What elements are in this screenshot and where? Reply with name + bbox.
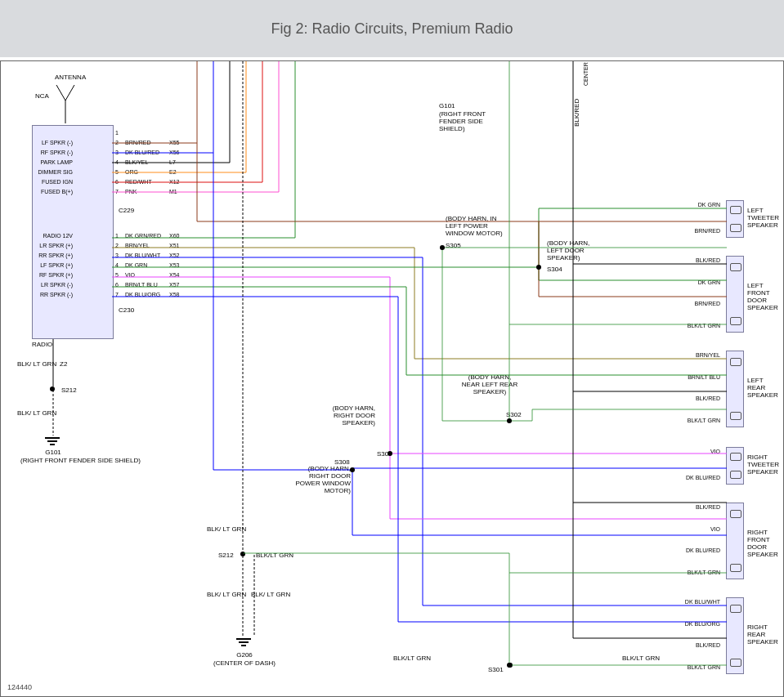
c229-wire-3: BLK/YEL (125, 159, 148, 165)
speaker-4-wire-3: BLK/LT GRN (671, 570, 720, 575)
c229-num-4: 5 (115, 169, 119, 175)
g206-label: G206 (222, 651, 267, 659)
gnd-wire-5: BLK/ LT GRN (251, 591, 280, 598)
c230-wire-6: DK BLU/ORG (125, 292, 160, 297)
c229-route-4: E2 (169, 169, 177, 175)
antenna-label: ANTENNA (55, 74, 86, 81)
s308-label: S308 (334, 458, 350, 466)
gnd-wire-2: BLK/ LT GRN (17, 409, 42, 417)
c230-sig-2: RR SPKR (+) (34, 252, 73, 258)
speaker-1-icon (726, 256, 744, 333)
speaker-0-name: LEFT TWEETER SPEAKER (747, 207, 780, 229)
c230-route-6: X58 (169, 292, 179, 297)
splice-s212b-dot (240, 552, 245, 556)
blk-ltgrn-h3: BLK/LT GRN (622, 655, 660, 662)
c229-num-6: 7 (115, 189, 119, 194)
c230-wire-4: VIO (125, 272, 135, 278)
s305-desc: (BODY HARN, IN LEFT POWER WINDOW MOTOR) (446, 215, 511, 237)
speaker-4-wire-1: VIO (671, 526, 720, 532)
g206-desc: (CENTER OF DASH) (213, 659, 276, 667)
c230-num-6: 7 (115, 292, 119, 297)
gnd-wire-1: BLK/ LT GRN (17, 360, 42, 368)
c230-route-3: X53 (169, 262, 179, 268)
c229-wire-4: ORG (125, 169, 138, 175)
speaker-5-name: RIGHT REAR SPEAKER (747, 623, 780, 646)
speaker-1-wire-3: BLK/LT GRN (671, 323, 720, 328)
speaker-3-name: RIGHT TWEETER SPEAKER (747, 453, 780, 476)
speaker-0-wire-1: BRN/RED (671, 228, 720, 234)
speaker-4-icon (726, 503, 744, 579)
speaker-1-wire-1: DK GRN (671, 279, 720, 285)
speaker-2-wire-0: BRN/YEL (671, 352, 720, 358)
speaker-4-wire-2: DK BLU/RED (671, 547, 720, 553)
gnd-route: Z2 (60, 360, 67, 368)
s302-desc: (BODY HARN, NEAR LEFT REAR SPEAKER) (460, 373, 519, 395)
splice-s212b: S212 (218, 552, 234, 559)
c230-route-4: X54 (169, 272, 179, 278)
speaker-0-wire-0: DK GRN (671, 202, 720, 208)
c229-route-1: X55 (169, 140, 179, 145)
c229-route-3: L7 (169, 159, 176, 165)
g101-bot-desc: (RIGHT FRONT FENDER SIDE SHIELD) (20, 457, 86, 464)
s307-label: S307 (377, 450, 392, 458)
s304-label: S304 (547, 266, 562, 273)
c229-route-6: M1 (169, 189, 177, 194)
center-dash-vert: CENTER OF DASH) (583, 60, 589, 86)
speaker-3-wire-1: DK BLU/RED (671, 475, 720, 480)
splice-s212: S212 (61, 386, 77, 394)
g101-top-label: G101 (439, 102, 455, 109)
c229-sig-1: LF SPKR (-) (34, 140, 73, 145)
ground-g206-icon (236, 638, 251, 640)
radio-module-box (32, 125, 114, 339)
splice-s212-dot (50, 386, 55, 391)
c230-sig-1: LR SPKR (+) (34, 243, 73, 248)
blk-ltgrn-h: BLK/LT GRN (256, 552, 293, 559)
c229-sig-4: DIMMER SIG (34, 169, 73, 175)
antenna-symbol-icon (53, 84, 78, 125)
c230-wire-3: DK GRN (125, 262, 147, 268)
c230-num-1: 2 (115, 243, 119, 248)
c230-wire-0: DK GRN/RED (125, 233, 161, 239)
speaker-5-icon (726, 597, 744, 674)
svg-point-2 (507, 418, 512, 423)
wire-routing-svg (1, 61, 784, 697)
nca-label: NCA (35, 92, 49, 100)
s307-desc: (BODY HARN, RIGHT DOOR SPEAKER) (325, 404, 375, 427)
c230-sig-5: LR SPKR (-) (34, 282, 73, 288)
page-title: Fig 2: Radio Circuits, Premium Radio (271, 20, 513, 38)
c229-route-2: X56 (169, 150, 179, 155)
speaker-2-wire-2: BLK/RED (671, 395, 720, 401)
speaker-2-wire-3: BLK/LT GRN (671, 418, 720, 423)
blk-red-vert: BLK/RED (573, 99, 580, 127)
c229-sig-6: FUSED B(+) (34, 189, 73, 194)
c230-route-1: X51 (169, 243, 179, 248)
g101-top-desc: (RIGHT FRONT FENDER SIDE SHIELD) (439, 110, 496, 132)
speaker-0-icon (726, 200, 744, 238)
speaker-5-wire-1: DK BLU/ORG (671, 621, 720, 627)
c230-wire-2: DK BLU/WHT (125, 252, 160, 258)
speaker-2-name: LEFT REAR SPEAKER (747, 377, 780, 399)
c229-route-5: X12 (169, 179, 179, 185)
c229-num-0: 1 (115, 130, 119, 136)
c230-sig-0: RADIO 12V (34, 233, 73, 239)
c230-sig-4: RF SPKR (+) (34, 272, 73, 278)
title-bar: Fig 2: Radio Circuits, Premium Radio (0, 0, 784, 60)
c229-sig-5: FUSED IGN (34, 179, 73, 185)
c229-wire-6: PNK (125, 189, 137, 194)
c230-route-2: X52 (169, 252, 179, 258)
c230-num-5: 6 (115, 282, 119, 288)
radio-label: RADIO (32, 341, 52, 348)
c229-wire-2: DK BLU/RED (125, 150, 159, 155)
s304-desc: (BODY HARN, LEFT DOOR SPEAKER) (547, 239, 606, 261)
c229-sig-2: RF SPKR (-) (34, 150, 73, 155)
diagram-id: 124440 (7, 683, 32, 691)
c229-num-5: 6 (115, 179, 119, 185)
speaker-5-wire-3: BLK/LT GRN (671, 664, 720, 670)
c229-wire-1: BRN/RED (125, 140, 151, 145)
speaker-4-wire-0: BLK/RED (671, 504, 720, 510)
s301-label: S301 (488, 666, 504, 673)
speaker-5-wire-2: BLK/RED (671, 642, 720, 648)
svg-point-1 (440, 245, 445, 250)
speaker-4-name: RIGHT FRONT DOOR SPEAKER (747, 529, 780, 558)
s302-label: S302 (506, 411, 522, 418)
